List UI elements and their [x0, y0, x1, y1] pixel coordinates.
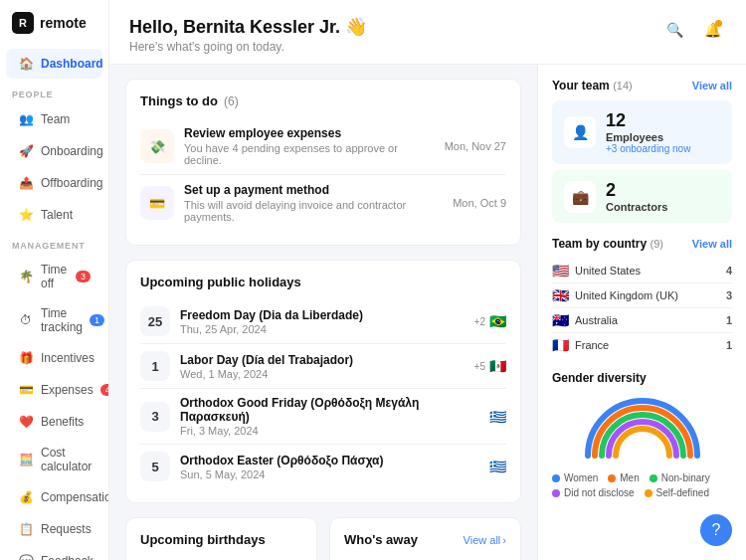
- sidebar-item-expenses[interactable]: 💳 Expenses 4: [6, 375, 102, 405]
- app-logo[interactable]: R remote: [0, 12, 108, 48]
- timeoff-icon: 🌴: [18, 269, 34, 284]
- country-item-0[interactable]: 🇺🇸 United States 4: [552, 259, 732, 283]
- logo-icon: R: [12, 12, 34, 34]
- holiday-info: Orthodox Easter (Ορθόδοξο Πάσχα) Sun, 5 …: [180, 454, 479, 480]
- timeoff-badge: 3: [76, 271, 91, 282]
- gender-legend: Women Men Non-binary Did not disclose: [552, 472, 732, 498]
- contractors-label: Contractors: [606, 201, 667, 213]
- legend-did-not-disclose: Did not disclose: [552, 487, 635, 498]
- right-panel: Your team (14) View all 👤 12 Employees +…: [537, 65, 746, 560]
- sidebar-item-incentives[interactable]: 🎁 Incentives: [6, 343, 102, 373]
- sidebar-item-team[interactable]: 👥 Team: [6, 104, 102, 134]
- team-by-country-section: Team by country (9) View all 🇺🇸 United S…: [552, 237, 732, 357]
- sidebar-label: Time tracking: [41, 306, 83, 334]
- sidebar-label: Dashboard: [41, 57, 103, 71]
- content-area: Things to do (6) 💸 Review employee expen…: [109, 65, 746, 560]
- holiday-name: Labor Day (Día del Trabajador): [180, 353, 465, 367]
- sidebar: R remote 🏠 Dashboard PEOPLE 👥 Team 🚀 Onb…: [0, 0, 109, 560]
- sidebar-item-compensation[interactable]: 💰 Compensation: [6, 482, 102, 512]
- whos-away-title: Who's away: [344, 532, 418, 547]
- header-actions: 🔍 🔔: [660, 16, 726, 44]
- sidebar-item-talent[interactable]: ⭐ Talent: [6, 200, 102, 230]
- holiday-item-1[interactable]: 1 Labor Day (Día del Trabajador) Wed, 1 …: [140, 344, 506, 389]
- holiday-flags: +5 🇲🇽: [474, 358, 506, 374]
- team-by-country-title: Team by country (9) View all: [552, 237, 732, 251]
- holiday-date: Wed, 1 May, 2024: [180, 368, 465, 380]
- country-item-2[interactable]: 🇦🇺 Australia 1: [552, 308, 732, 333]
- selfdefined-dot: [645, 489, 653, 497]
- sidebar-label: Expenses: [41, 383, 93, 397]
- holiday-info: Orthodox Good Friday (Ορθόδοξη Μεγάλη Πα…: [180, 396, 479, 437]
- whos-away-view-all[interactable]: View all ›: [464, 534, 506, 546]
- left-panel: Things to do (6) 💸 Review employee expen…: [109, 65, 537, 560]
- sidebar-label: Cost calculator: [41, 446, 92, 473]
- sidebar-item-timetracking[interactable]: ⏱ Time tracking 1: [6, 299, 102, 341]
- holiday-item-2[interactable]: 3 Orthodox Good Friday (Ορθόδοξη Μεγάλη …: [140, 389, 506, 445]
- todo-desc: This will avoid delaying invoice and con…: [184, 199, 443, 223]
- holiday-date: Fri, 3 May, 2024: [180, 425, 479, 437]
- todo-date: Mon, Nov 27: [445, 140, 506, 152]
- todo-item-expenses[interactable]: 💸 Review employee expenses You have 4 pe…: [140, 118, 506, 175]
- sidebar-item-feedback[interactable]: 💬 Feedback: [6, 546, 102, 560]
- your-team-view-all[interactable]: View all: [692, 80, 732, 92]
- team-by-country-view-all[interactable]: View all: [692, 238, 732, 250]
- todo-icon-payment: 💳: [140, 186, 174, 220]
- talent-icon: ⭐: [18, 207, 34, 223]
- country-item-3[interactable]: 🇫🇷 France 1: [552, 333, 732, 357]
- requests-icon: 📋: [18, 521, 34, 537]
- country-count: 1: [726, 314, 732, 326]
- holiday-info: Freedom Day (Dia da Liberdade) Thu, 25 A…: [180, 308, 465, 335]
- sidebar-label: Offboarding: [41, 176, 103, 190]
- sidebar-label: Benefits: [41, 415, 84, 429]
- your-team-title: Your team (14) View all: [552, 79, 732, 93]
- sidebar-item-benefits[interactable]: ❤️ Benefits: [6, 407, 102, 437]
- your-team-section: Your team (14) View all 👤 12 Employees +…: [552, 79, 732, 223]
- employees-icon: 👤: [564, 116, 596, 148]
- notifications-button[interactable]: 🔔: [698, 16, 726, 44]
- holiday-item-3[interactable]: 5 Orthodox Easter (Ορθόδοξο Πάσχα) Sun, …: [140, 445, 506, 488]
- country-count: 3: [726, 289, 732, 301]
- women-dot: [552, 474, 560, 482]
- onboarding-icon: 🚀: [18, 143, 34, 159]
- country-item-1[interactable]: 🇬🇧 United Kingdom (UK) 3: [552, 283, 732, 308]
- gender-diversity-title: Gender diversity: [552, 371, 732, 385]
- sidebar-label: Requests: [41, 522, 92, 536]
- sidebar-label: Time off: [41, 263, 69, 290]
- legend-women: Women: [552, 472, 598, 483]
- notification-dot: [715, 20, 722, 27]
- holiday-day: 5: [140, 452, 170, 481]
- todo-item-payment[interactable]: 💳 Set up a payment method This will avoi…: [140, 175, 506, 231]
- holiday-flags: 🇬🇷: [489, 459, 506, 474]
- contractors-icon: 💼: [564, 181, 596, 213]
- todo-icon-expenses: 💸: [140, 129, 174, 163]
- holiday-item-0[interactable]: 25 Freedom Day (Dia da Liberdade) Thu, 2…: [140, 299, 506, 344]
- holiday-flags: +2 🇧🇷: [474, 313, 506, 329]
- sidebar-item-offboarding[interactable]: 📤 Offboarding: [6, 168, 102, 198]
- legend-men: Men: [608, 472, 639, 483]
- contractors-stat-card: 💼 2 Contractors: [552, 170, 732, 223]
- holidays-title: Upcoming public holidays: [140, 275, 506, 289]
- sidebar-item-onboarding[interactable]: 🚀 Onboarding: [6, 136, 102, 166]
- employees-stat-card: 👤 12 Employees +3 onboarding now: [552, 100, 732, 164]
- birthdays-header: Upcoming birthdays: [140, 532, 302, 547]
- sidebar-item-requests[interactable]: 📋 Requests: [6, 514, 102, 544]
- sidebar-item-dashboard[interactable]: 🏠 Dashboard: [6, 49, 102, 79]
- search-button[interactable]: 🔍: [660, 16, 688, 44]
- sidebar-item-timeoff[interactable]: 🌴 Time off 3: [6, 256, 102, 297]
- bottom-row: Upcoming birthdays SR Stanley Rogahn Tue…: [125, 517, 521, 560]
- contractors-count: 2: [606, 180, 667, 201]
- sidebar-label: Feedback: [41, 554, 93, 560]
- compensation-icon: 💰: [18, 489, 34, 505]
- incentives-icon: 🎁: [18, 350, 34, 366]
- things-to-do-count: (6): [224, 94, 239, 108]
- employees-label: Employees: [606, 131, 690, 143]
- holiday-day: 25: [140, 306, 170, 336]
- sidebar-item-cost-calculator[interactable]: 🧮 Cost calculator: [6, 439, 102, 480]
- todo-title: Set up a payment method: [184, 183, 443, 197]
- sidebar-label: Talent: [41, 208, 73, 222]
- todo-desc: You have 4 pending expenses to approve o…: [184, 142, 435, 166]
- holiday-name: Orthodox Good Friday (Ορθόδοξη Μεγάλη Πα…: [180, 396, 479, 424]
- things-to-do-title: Things to do (6): [140, 93, 506, 108]
- calculator-icon: 🧮: [18, 452, 34, 467]
- fab-button[interactable]: ?: [700, 514, 732, 546]
